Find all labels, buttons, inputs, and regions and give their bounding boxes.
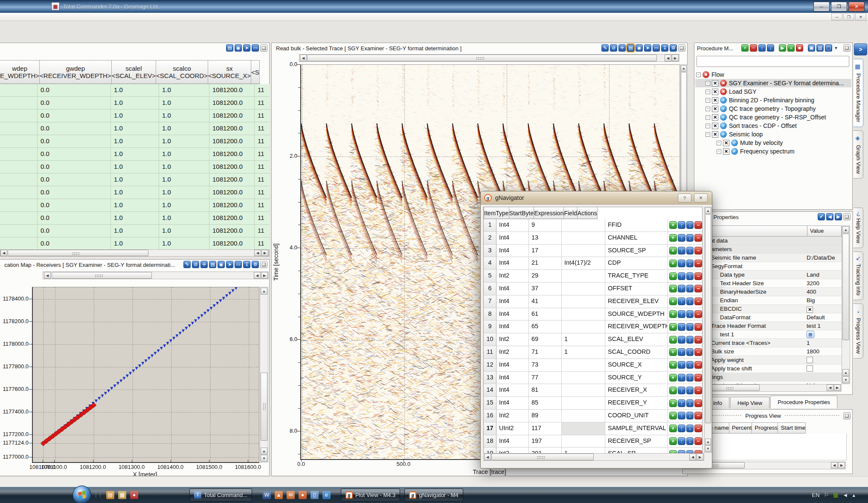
gnavigator-column-header[interactable]: Actions: [578, 207, 598, 219]
add-row-icon[interactable]: +: [669, 272, 677, 280]
expression-cell[interactable]: [562, 372, 605, 384]
enabled-checkbox[interactable]: [712, 123, 718, 129]
row-number[interactable]: 10: [484, 333, 496, 346]
progress-column-header[interactable]: Progress: [752, 422, 778, 434]
progress-column-header[interactable]: Start time: [778, 422, 806, 434]
field-cell[interactable]: SOURCE_WDEPTH: [605, 308, 668, 321]
rect-select-icon[interactable]: ▭: [252, 44, 259, 52]
progress-column-header[interactable]: Percent: [729, 422, 752, 434]
delete-row-icon[interactable]: −: [694, 387, 702, 394]
field-cell[interactable]: OFFSET: [605, 283, 668, 295]
volume-icon[interactable]: ◄: [843, 492, 848, 498]
enabled-checkbox[interactable]: [712, 106, 718, 112]
scroll-left-arrow[interactable]: [254, 250, 261, 256]
media-icon[interactable]: ●: [130, 491, 138, 499]
rect-select-icon[interactable]: ▭: [653, 44, 660, 52]
row-number[interactable]: 3: [484, 245, 496, 257]
pencil-icon[interactable]: ✎: [601, 44, 609, 52]
item-type-cell[interactable]: Int4: [496, 219, 529, 231]
delete-row-icon[interactable]: −: [694, 247, 702, 254]
scroll-up-arrow[interactable]: [261, 448, 267, 454]
procedure-tree-item[interactable]: Binning 2D - Preliminary binning: [695, 96, 851, 104]
scroll-up-arrow[interactable]: [681, 65, 687, 72]
magnifier-icon[interactable]: ◉: [636, 44, 643, 52]
add-row-icon[interactable]: +: [669, 399, 677, 407]
cursor-icon[interactable]: ➤: [243, 44, 250, 52]
toolbar-overflow-dots[interactable]: ⋮⋮: [94, 493, 102, 497]
property-value[interactable]: 3200: [807, 280, 842, 286]
gnavigator-row[interactable]: 5 Int2 29 TRACE_TYPE + ↑ ↓ −: [484, 270, 702, 283]
gnavigator-row[interactable]: 6 Int4 37 OFFSET + ↑ ↓ −: [484, 283, 702, 295]
vertical-dock-tab[interactable]: ▦ Procedure Manager: [853, 59, 863, 127]
expander-icon[interactable]: [717, 149, 721, 154]
row-number[interactable]: 1: [484, 219, 496, 231]
add-row-icon[interactable]: +: [669, 412, 677, 419]
add-icon[interactable]: +: [741, 44, 749, 52]
expander-icon[interactable]: [705, 107, 710, 111]
scroll-left-arrow[interactable]: [44, 272, 51, 279]
move-down-icon[interactable]: ↓: [686, 260, 694, 267]
language-indicator[interactable]: EN: [812, 492, 820, 498]
item-type-cell[interactable]: Int2: [496, 410, 529, 422]
move-down-icon[interactable]: ↓: [686, 425, 694, 432]
network-icon[interactable]: ▦: [833, 492, 838, 498]
gnavigator-row[interactable]: 11 Int2 71 1 SCAL_COORD + ↑ ↓ −: [484, 346, 702, 359]
property-value[interactable]: Big: [807, 297, 842, 304]
move-up-icon[interactable]: ↑: [678, 260, 685, 267]
row-number[interactable]: 15: [484, 397, 496, 409]
item-type-cell[interactable]: Int4: [496, 295, 529, 308]
expression-cell[interactable]: [562, 308, 605, 321]
item-type-cell[interactable]: Int4: [496, 257, 529, 269]
procedure-tree-item[interactable]: Mute by velocity: [695, 139, 851, 147]
move-up-icon[interactable]: ↑: [678, 285, 685, 292]
item-type-cell[interactable]: Int4: [496, 232, 529, 244]
move-up-icon[interactable]: ↑: [678, 336, 685, 344]
gnavigator-row[interactable]: 8 Int4 61 SOURCE_WDEPTH + ↑ ↓ −: [484, 308, 702, 321]
separator[interactable]: [775, 44, 778, 52]
row-number[interactable]: 16: [484, 410, 496, 422]
move-down-icon[interactable]: ↓: [686, 234, 694, 242]
row-number[interactable]: 12: [484, 359, 496, 371]
scroll-thumb[interactable]: [8, 250, 148, 256]
prev-icon[interactable]: ◀: [826, 213, 833, 220]
gnavigator-row[interactable]: 15 Int4 85 RECEIVER_Y + ↑ ↓ −: [484, 397, 702, 410]
move-down-icon[interactable]: ↓: [686, 221, 694, 229]
move-up-icon[interactable]: ↑: [678, 348, 685, 356]
item-type-cell[interactable]: Int4: [496, 372, 529, 384]
taskbar-button[interactable]: g gNavigator - M4: [404, 489, 463, 501]
row-number[interactable]: 7: [484, 295, 496, 308]
move-down-icon[interactable]: ↓: [686, 437, 694, 445]
field-cell[interactable]: TRACE_TYPE: [605, 270, 668, 282]
pan-icon[interactable]: ✛: [200, 261, 208, 268]
delete-row-icon[interactable]: −: [694, 310, 702, 318]
float-panel-icon[interactable]: ❏: [260, 261, 267, 268]
add-row-icon[interactable]: +: [669, 437, 677, 445]
field-cell[interactable]: SOURCE_Y: [605, 372, 668, 384]
dialog-close-button[interactable]: ✕: [694, 194, 708, 202]
scroll-thumb[interactable]: [261, 373, 267, 441]
add-row-icon[interactable]: +: [669, 374, 677, 382]
dialog-help-button[interactable]: ?: [678, 194, 691, 202]
table-row[interactable]: 0.0 1.0 1.0 1081200.0 11: [0, 237, 270, 249]
gnavigator-row[interactable]: 13 Int4 77 SOURCE_Y + ↑ ↓ −: [484, 372, 702, 384]
scroll-thumb[interactable]: [842, 234, 849, 340]
apply-icon[interactable]: ✔: [818, 213, 825, 220]
property-value[interactable]: D:/Data/De: [807, 254, 842, 261]
table-row[interactable]: 0.0 1.0 1.0 1081200.0 11: [0, 186, 270, 199]
property-value[interactable]: Land: [807, 272, 842, 278]
expression-cell[interactable]: [562, 283, 605, 295]
table-row[interactable]: 0.0 1.0 1.0 1081200.0 11: [0, 212, 270, 225]
add-row-icon[interactable]: +: [669, 425, 677, 432]
property-row[interactable]: Current trace <Traces> 1: [699, 339, 842, 347]
scroll-thumb[interactable]: [491, 454, 594, 460]
property-row[interactable]: Apply weight: [699, 356, 842, 364]
pan-icon[interactable]: ✛: [618, 44, 626, 52]
expander-icon[interactable]: [705, 115, 710, 120]
property-value[interactable]: [807, 331, 842, 338]
scroll-left-arrow[interactable]: [300, 55, 307, 61]
delete-row-icon[interactable]: −: [694, 348, 702, 356]
mdi-restore-button[interactable]: ❐: [843, 13, 854, 20]
start-byte-cell[interactable]: 37: [529, 283, 562, 295]
scroll-left-arrow[interactable]: [689, 454, 696, 460]
field-cell[interactable]: SCAL_COORD: [605, 346, 668, 358]
